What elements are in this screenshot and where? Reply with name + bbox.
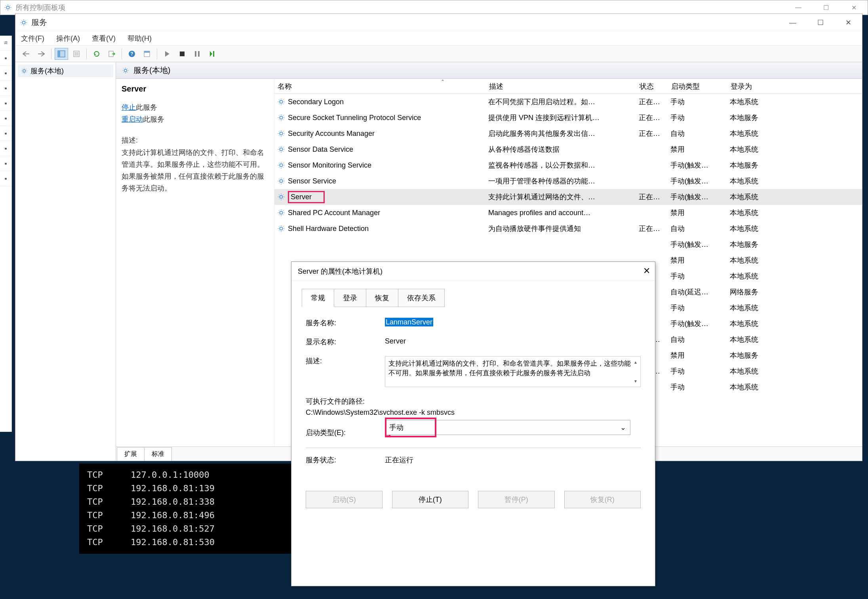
svg-rect-15 (213, 51, 214, 57)
properties-button[interactable] (70, 48, 83, 60)
gear-icon (277, 113, 286, 122)
svc-titlebar[interactable]: 服务 — ☐ ✕ (15, 14, 862, 31)
cell-logon: 本地系统 (730, 382, 785, 392)
cell-start: 手动 (670, 303, 730, 313)
cell-start: 手动 (670, 271, 730, 281)
stop-service-button[interactable] (175, 48, 189, 60)
cell-start: 自动(延迟… (670, 287, 730, 297)
startup-type-combo[interactable]: 手动 ⌄ (385, 420, 630, 435)
tree-item-label: 服务(本地) (30, 66, 64, 76)
tree-item-services-local[interactable]: 服务(本地) (18, 65, 113, 77)
dlg-tabs: 常规 登录 恢复 依存关系 (291, 281, 655, 307)
menu-view[interactable]: 查看(V) (92, 34, 116, 43)
terminal-window[interactable]: TCP127.0.0.1:10000TCP192.168.0.81:139TCP… (79, 464, 301, 554)
svg-rect-11 (144, 51, 150, 53)
tree-panel: 服务(本地) (15, 62, 116, 461)
cell-logon: 本地服务 (730, 113, 785, 122)
dlg-pause-button[interactable]: 暂停(P) (478, 491, 555, 508)
refresh-button[interactable] (90, 48, 103, 60)
cp-close-button[interactable]: ✕ (840, 0, 868, 15)
dlg-stop-button[interactable]: 停止(T) (392, 491, 469, 508)
dlg-close-button[interactable]: ✕ (643, 266, 650, 276)
service-row[interactable]: 手动(触发…本地服务 (274, 237, 862, 252)
list-header[interactable]: 名称 ⌃ 描述 状态 启动类型 登录为 (274, 79, 862, 94)
toolbar: ? (15, 46, 862, 62)
cell-desc: 为自动播放硬件事件提供通知 (488, 224, 639, 233)
cell-status: 正在… (639, 192, 670, 202)
cp-maximize-button[interactable]: ☐ (812, 0, 840, 15)
menu-file[interactable]: 文件(F) (21, 34, 44, 43)
cell-start: 禁用 (670, 256, 730, 265)
col-header-logon[interactable]: 登录为 (730, 82, 785, 91)
menubar: 文件(F) 操作(A) 查看(V) 帮助(H) (15, 31, 862, 46)
dlg-start-button[interactable]: 启动(S) (306, 491, 383, 508)
dlg-resume-button[interactable]: 恢复(R) (564, 491, 641, 508)
help-button[interactable]: ? (125, 48, 139, 60)
tab-general[interactable]: 常规 (302, 289, 334, 307)
cell-desc: 监视各种传感器，以公开数据和… (488, 160, 639, 170)
nav-forward-button[interactable] (34, 48, 48, 60)
service-row[interactable]: Security Accounts Manager启动此服务将向其他服务发出信…… (274, 126, 862, 141)
tab-dependencies[interactable]: 依存关系 (398, 289, 445, 307)
service-row[interactable]: Sensor Monitoring Service监视各种传感器，以公开数据和…… (274, 157, 862, 173)
scroll-up-icon[interactable]: ▴ (632, 357, 640, 367)
gear-icon (277, 145, 286, 154)
dlg-titlebar[interactable]: Server 的属性(本地计算机) ✕ (291, 262, 655, 281)
tab-extended[interactable]: 扩展 (117, 447, 145, 461)
desc-label: 描述: (122, 135, 268, 145)
cell-logon: 本地服务 (730, 240, 785, 249)
cell-desc: 提供使用 VPN 连接到远程计算机… (488, 113, 639, 122)
cell-desc: 支持此计算机通过网络的文件、… (488, 192, 639, 202)
scroll-down-icon[interactable]: ▾ (632, 376, 640, 386)
start-service-button[interactable] (160, 48, 174, 60)
terminal-line: TCP192.168.0.81:139 (87, 482, 293, 495)
svc-minimize-button[interactable]: — (779, 14, 807, 31)
gear-icon (277, 177, 286, 185)
show-hide-tree-button[interactable] (55, 48, 68, 60)
prop-window-button[interactable] (140, 48, 154, 60)
cell-logon: 本地系统 (730, 224, 785, 233)
svc-close-button[interactable]: ✕ (834, 14, 862, 31)
description-panel: Server 停止此服务 重启动此服务 描述: 支持此计算机通过网络的文件、打印… (116, 79, 274, 446)
gear-icon (20, 67, 28, 75)
gear-icon (277, 161, 286, 170)
terminal-line: TCP192.168.0.81:527 (87, 522, 293, 536)
service-row[interactable]: Sensor Service一项用于管理各种传感器的功能…手动(触发…本地系统 (274, 173, 862, 189)
svg-text:?: ? (130, 51, 133, 57)
col-header-start[interactable]: 启动类型 (670, 82, 730, 91)
tab-standard[interactable]: 标准 (144, 447, 172, 461)
cell-start: 手动(触发… (670, 160, 730, 170)
tab-logon[interactable]: 登录 (334, 289, 366, 307)
stop-service-link[interactable]: 停止 (122, 103, 136, 111)
col-header-name[interactable]: 名称 (274, 82, 488, 91)
menu-action[interactable]: 操作(A) (56, 34, 80, 43)
label-description: 描述: (306, 356, 385, 366)
service-row[interactable]: Shell Hardware Detection为自动播放硬件事件提供通知正在…… (274, 221, 862, 237)
service-row[interactable]: Sensor Data Service从各种传感器传送数据禁用本地系统 (274, 141, 862, 157)
cell-logon: 本地系统 (730, 176, 785, 186)
label-startup-type: 启动类型(E): (306, 428, 385, 437)
tab-recovery[interactable]: 恢复 (366, 289, 398, 307)
menu-help[interactable]: 帮助(H) (128, 34, 152, 43)
restart-service-button[interactable] (206, 48, 219, 60)
service-row[interactable]: Secure Socket Tunneling Protocol Service… (274, 110, 862, 126)
service-row[interactable]: Secondary Logon在不同凭据下启用启动过程。如…正在…手动本地系统 (274, 94, 862, 110)
value-display-name: Server (385, 337, 641, 345)
export-button[interactable] (105, 48, 118, 60)
dlg-title: Server 的属性(本地计算机) (298, 267, 383, 276)
selected-service-name: Server (122, 84, 268, 93)
col-header-desc[interactable]: 描述 (488, 82, 639, 91)
nav-back-button[interactable] (19, 48, 33, 60)
service-row[interactable]: Server支持此计算机通过网络的文件、…正在…手动(触发…本地系统 (274, 189, 862, 205)
service-row[interactable]: Shared PC Account ManagerManages profile… (274, 205, 862, 221)
col-header-status[interactable]: 状态 (639, 82, 670, 91)
restart-service-link[interactable]: 重启动 (122, 115, 143, 123)
svc-maximize-button[interactable]: ☐ (807, 14, 834, 31)
description-textbox[interactable]: 支持此计算机通过网络的文件、打印、和命名管道共享。如果服务停止，这些功能不可用。… (385, 356, 641, 387)
value-exe-path: C:\Windows\System32\svchost.exe -k smbsv… (306, 408, 641, 417)
svg-rect-14 (198, 51, 200, 57)
cp-minimize-button[interactable]: — (784, 0, 812, 15)
pause-service-button[interactable] (190, 48, 204, 60)
desc-text: 支持此计算机通过网络的文件、打印、和命名管道共享。如果服务停止，这些功能不可用。… (122, 147, 268, 194)
value-service-name[interactable]: LanmanServer (385, 318, 433, 326)
